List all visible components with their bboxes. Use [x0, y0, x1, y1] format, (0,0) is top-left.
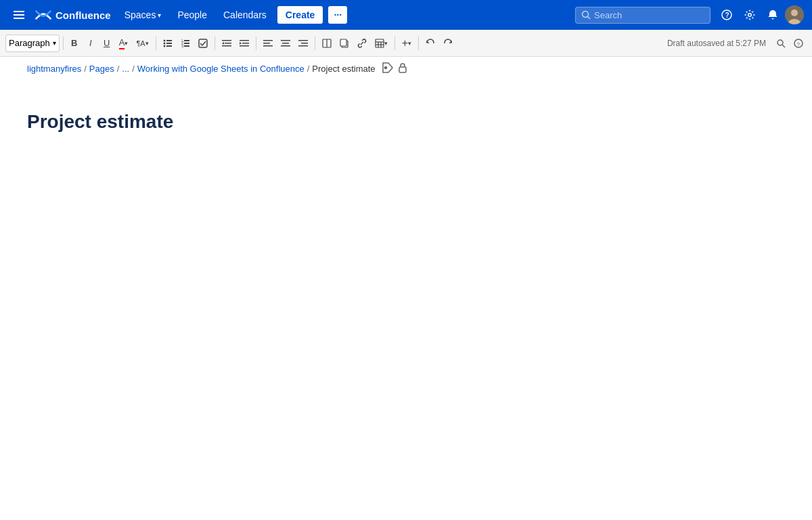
- align-right-button[interactable]: [295, 35, 311, 52]
- editor-search-button[interactable]: [773, 35, 789, 52]
- paragraph-style-select[interactable]: Paragraph ▾: [5, 35, 60, 52]
- svg-rect-37: [298, 40, 308, 41]
- editor-help-button[interactable]: ?: [790, 35, 807, 52]
- breadcrumb-parent-link[interactable]: Working with Google Sheets in Confluence: [137, 64, 304, 74]
- create-button[interactable]: Create: [277, 6, 323, 24]
- breadcrumb-current-page: Project estimate: [312, 64, 375, 74]
- svg-marker-26: [222, 42, 224, 45]
- search-box[interactable]: [575, 7, 710, 24]
- breadcrumb-icons: [382, 62, 408, 75]
- toolbar-divider-3: [215, 37, 215, 50]
- help-button[interactable]: ?: [716, 4, 738, 26]
- svg-rect-35: [282, 43, 289, 44]
- svg-rect-44: [376, 39, 384, 47]
- lock-icon[interactable]: [397, 62, 408, 75]
- svg-point-10: [163, 39, 165, 41]
- create-more-button[interactable]: ···: [328, 6, 347, 24]
- redo-button[interactable]: [440, 35, 456, 52]
- breadcrumb-pages-link[interactable]: Pages: [89, 64, 114, 74]
- page-title[interactable]: Project estimate: [27, 111, 785, 133]
- svg-rect-34: [281, 40, 290, 41]
- user-avatar[interactable]: [785, 5, 804, 24]
- svg-rect-15: [166, 45, 172, 47]
- toolbar-divider-1: [63, 37, 64, 50]
- top-navigation: Confluence Spaces People Calendars Creat…: [0, 0, 812, 30]
- editor-toolbar: Paragraph ▾ B I U A ▾ ¶A ▾ 1.2.3.: [0, 30, 812, 57]
- svg-rect-43: [340, 39, 346, 46]
- search-input[interactable]: [594, 10, 704, 20]
- align-center-button[interactable]: [277, 35, 294, 52]
- numbered-list-button[interactable]: 1.2.3.: [177, 35, 194, 52]
- svg-rect-13: [166, 43, 172, 44]
- hamburger-menu-button[interactable]: [8, 4, 30, 26]
- svg-rect-11: [166, 40, 172, 41]
- svg-line-50: [782, 45, 785, 47]
- confluence-logo[interactable]: Confluence: [35, 7, 111, 23]
- svg-point-53: [384, 67, 386, 69]
- svg-rect-2: [14, 18, 24, 19]
- svg-rect-21: [184, 45, 189, 47]
- svg-rect-0: [14, 11, 24, 12]
- text-color-button[interactable]: A ▾: [116, 35, 132, 52]
- svg-rect-25: [222, 45, 231, 47]
- font-size-button[interactable]: ¶A ▾: [133, 35, 152, 52]
- svg-point-14: [163, 45, 165, 47]
- svg-point-49: [777, 40, 783, 45]
- underline-button[interactable]: U: [99, 35, 114, 52]
- copy-format-button[interactable]: [336, 35, 353, 52]
- page-layout-button[interactable]: [319, 35, 335, 52]
- bullet-list-button[interactable]: [160, 35, 176, 52]
- svg-text:3.: 3.: [181, 44, 184, 48]
- table-button[interactable]: ▾: [371, 35, 391, 52]
- svg-rect-1: [14, 14, 24, 16]
- svg-line-4: [588, 17, 591, 20]
- calendars-nav-button[interactable]: Calendars: [218, 7, 272, 23]
- indent-button[interactable]: [236, 35, 252, 52]
- toolbar-divider-5: [315, 37, 315, 50]
- toolbar-divider-7: [418, 37, 419, 50]
- svg-marker-30: [240, 42, 242, 45]
- svg-rect-23: [222, 40, 231, 41]
- svg-rect-29: [240, 45, 249, 47]
- svg-rect-54: [399, 67, 406, 72]
- svg-rect-19: [184, 43, 189, 44]
- label-icon[interactable]: [382, 62, 393, 75]
- breadcrumb-sep-1: /: [84, 64, 87, 74]
- breadcrumb-sep-4: /: [307, 64, 310, 74]
- link-button[interactable]: [354, 35, 370, 52]
- toolbar-divider-2: [156, 37, 156, 50]
- breadcrumb-sep-2: /: [117, 64, 120, 74]
- svg-rect-28: [242, 43, 249, 44]
- editor-content[interactable]: [27, 146, 785, 417]
- notifications-button[interactable]: [762, 4, 784, 26]
- settings-button[interactable]: [739, 4, 761, 26]
- svg-rect-36: [281, 45, 290, 47]
- toolbar-divider-4: [256, 37, 256, 50]
- spaces-nav-button[interactable]: Spaces: [119, 7, 167, 23]
- undo-button[interactable]: [422, 35, 438, 52]
- breadcrumb: lightmanyfires / Pages / ... / Working w…: [0, 57, 812, 81]
- breadcrumb-ellipsis-link[interactable]: ...: [122, 64, 129, 74]
- breadcrumb-sep-3: /: [132, 64, 135, 74]
- svg-point-8: [791, 9, 798, 16]
- nav-right-icons: ?: [716, 4, 804, 26]
- outdent-button[interactable]: [219, 35, 235, 52]
- svg-rect-31: [263, 40, 273, 41]
- insert-button[interactable]: + ▾: [399, 35, 415, 52]
- breadcrumb-space-link[interactable]: lightmanyfires: [27, 64, 81, 74]
- svg-rect-32: [263, 43, 270, 44]
- svg-text:?: ?: [725, 12, 729, 19]
- svg-rect-24: [225, 43, 231, 44]
- bold-button[interactable]: B: [67, 35, 82, 52]
- toolbar-divider-6: [394, 37, 395, 50]
- svg-rect-33: [263, 45, 273, 47]
- italic-button[interactable]: I: [83, 35, 98, 52]
- people-nav-button[interactable]: People: [172, 7, 212, 23]
- align-left-button[interactable]: [260, 35, 276, 52]
- svg-point-12: [163, 42, 165, 44]
- editor-area[interactable]: Project estimate: [0, 84, 812, 520]
- autosave-status: Draft autosaved at 5:27 PM: [667, 39, 766, 48]
- task-list-button[interactable]: [195, 35, 211, 52]
- logo-text: Confluence: [55, 9, 111, 21]
- svg-text:?: ?: [797, 41, 800, 47]
